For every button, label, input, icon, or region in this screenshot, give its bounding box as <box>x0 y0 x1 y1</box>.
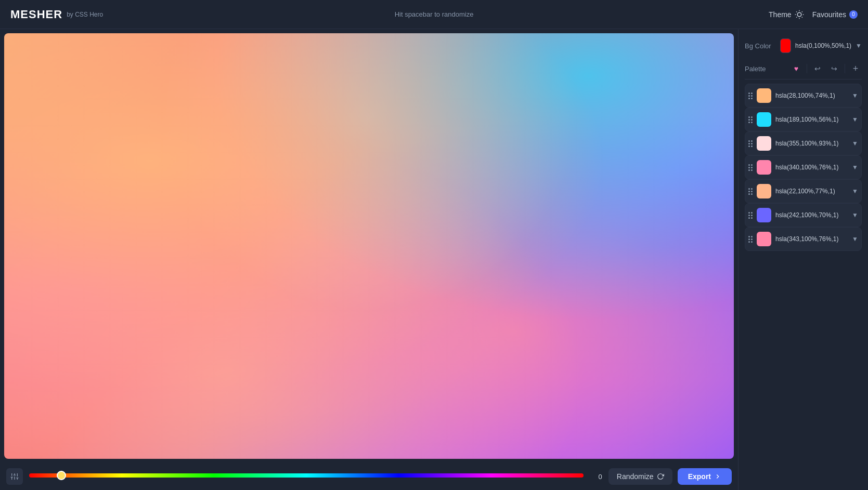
theme-button[interactable]: Theme <box>769 10 804 19</box>
canvas-area: 0 Randomize Export <box>0 29 738 490</box>
color-swatch <box>757 208 771 222</box>
color-swatch <box>757 88 771 103</box>
refresh-icon <box>657 473 664 480</box>
drag-handle <box>748 212 753 219</box>
drag-handle <box>748 164 753 171</box>
palette-divider <box>807 64 807 73</box>
favorite-palette-button[interactable]: ♥ <box>790 62 802 75</box>
favourites-label: Favourites <box>812 10 846 19</box>
sliders-icon <box>10 472 19 481</box>
color-list: hsla(28,100%,74%,1) ▼ hsla(189,100%,56%,… <box>745 84 862 251</box>
header-right: Theme Favourites 0 <box>769 10 858 19</box>
favourites-button[interactable]: Favourites 0 <box>812 10 858 19</box>
undo-button[interactable]: ↩ <box>811 62 824 75</box>
header: MESHER by CSS Hero Hit spacebar to rando… <box>0 0 868 29</box>
drag-handle <box>748 188 753 195</box>
palette-divider-2 <box>845 64 845 73</box>
drag-handle <box>748 236 753 243</box>
logo-by: by CSS Hero <box>67 11 103 18</box>
color-item[interactable]: hsla(343,100%,76%,1) ▼ <box>745 227 862 251</box>
settings-button[interactable] <box>6 468 23 485</box>
randomize-button[interactable]: Randomize <box>608 468 672 485</box>
theme-label: Theme <box>769 10 792 19</box>
color-hsl-value: hsla(343,100%,76%,1) <box>775 235 848 243</box>
color-swatch <box>757 184 771 198</box>
bg-color-swatch[interactable] <box>780 38 791 53</box>
bg-color-value: hsla(0,100%,50%,1) <box>795 42 851 49</box>
svg-line-4 <box>801 17 802 17</box>
header-hint: Hit spacebar to randomize <box>395 10 474 18</box>
add-color-button[interactable]: + <box>849 62 862 75</box>
color-chevron-icon[interactable]: ▼ <box>852 211 858 219</box>
color-hsl-value: hsla(340,100%,76%,1) <box>775 164 848 171</box>
svg-line-8 <box>801 11 802 12</box>
sun-icon <box>795 10 804 19</box>
color-chevron-icon[interactable]: ▼ <box>852 140 858 147</box>
logo: MESHER <box>10 8 62 21</box>
palette-label: Palette <box>745 65 766 73</box>
gradient-canvas <box>4 33 734 459</box>
svg-line-7 <box>796 17 797 17</box>
color-chevron-icon[interactable]: ▼ <box>852 188 858 195</box>
color-swatch <box>757 136 771 151</box>
color-swatch <box>757 160 771 175</box>
bg-color-chevron-icon[interactable]: ▼ <box>856 42 862 49</box>
svg-line-3 <box>796 11 797 12</box>
hue-slider-thumb[interactable] <box>57 471 66 480</box>
bg-color-label: Bg Color <box>745 42 776 50</box>
slider-value: 0 <box>590 473 602 481</box>
color-item[interactable]: hsla(22,100%,77%,1) ▼ <box>745 179 862 203</box>
drag-handle <box>748 140 753 147</box>
color-swatch <box>757 232 771 246</box>
hue-slider[interactable] <box>29 473 584 478</box>
bottom-actions: Randomize Export <box>608 468 732 485</box>
color-item[interactable]: hsla(189,100%,56%,1) ▼ <box>745 108 862 131</box>
color-swatch <box>757 112 771 127</box>
bg-color-row: Bg Color hsla(0,100%,50%,1) ▼ <box>745 35 862 56</box>
hue-slider-container <box>29 473 584 480</box>
color-item[interactable]: hsla(340,100%,76%,1) ▼ <box>745 155 862 179</box>
bottom-bar: 0 Randomize Export <box>0 463 738 490</box>
color-chevron-icon[interactable]: ▼ <box>852 116 858 123</box>
color-chevron-icon[interactable]: ▼ <box>852 235 858 243</box>
color-chevron-icon[interactable]: ▼ <box>852 164 858 171</box>
export-icon <box>714 473 721 480</box>
color-hsl-value: hsla(355,100%,93%,1) <box>775 140 848 147</box>
drag-handle <box>748 92 753 99</box>
color-hsl-value: hsla(189,100%,56%,1) <box>775 116 848 123</box>
color-item[interactable]: hsla(355,100%,93%,1) ▼ <box>745 131 862 155</box>
export-button[interactable]: Export <box>678 468 732 485</box>
redo-button[interactable]: ↪ <box>828 62 840 75</box>
palette-header: Palette ♥ ↩ ↪ + <box>745 60 862 80</box>
color-hsl-value: hsla(242,100%,70%,1) <box>775 211 848 219</box>
randomize-label: Randomize <box>617 472 654 481</box>
color-hsl-value: hsla(28,100%,74%,1) <box>775 92 848 99</box>
main-layout: 0 Randomize Export <box>0 29 868 490</box>
right-panel: Bg Color hsla(0,100%,50%,1) ▼ Palette ♥ … <box>738 29 868 490</box>
fav-badge: 0 <box>849 10 858 19</box>
color-item[interactable]: hsla(242,100%,70%,1) ▼ <box>745 203 862 227</box>
drag-handle <box>748 116 753 123</box>
svg-point-0 <box>797 12 801 17</box>
palette-actions: ♥ ↩ ↪ + <box>790 62 862 75</box>
color-chevron-icon[interactable]: ▼ <box>852 92 858 99</box>
color-hsl-value: hsla(22,100%,77%,1) <box>775 188 848 195</box>
color-item[interactable]: hsla(28,100%,74%,1) ▼ <box>745 84 862 108</box>
export-label: Export <box>688 472 711 481</box>
logo-area: MESHER by CSS Hero <box>10 8 103 21</box>
